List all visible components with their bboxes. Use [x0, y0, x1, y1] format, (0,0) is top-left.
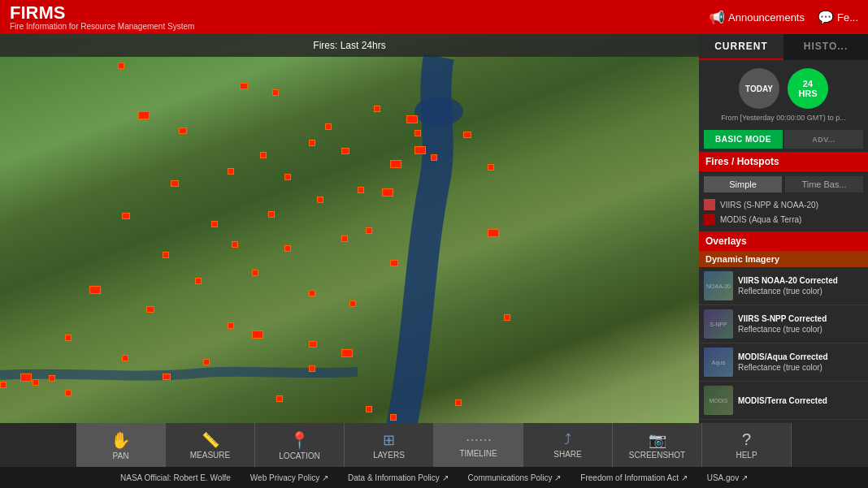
- fire-dot: [89, 286, 101, 294]
- tab-history[interactable]: HISTO...: [783, 34, 868, 60]
- layers-label: LAYERS: [373, 451, 405, 460]
- viirs-color-swatch: [704, 199, 715, 210]
- feedback-icon: 💬: [818, 10, 834, 25]
- foia-link[interactable]: Freedom of Information Act ↗: [580, 473, 687, 482]
- panel-tabs: CURRENT HISTO...: [699, 34, 868, 60]
- app-subtitle: Fire Information for Resource Management…: [10, 22, 194, 31]
- fire-dot: [260, 152, 267, 158]
- web-privacy-link[interactable]: Web Privacy Policy ↗: [250, 473, 328, 482]
- fire-dot: [33, 379, 39, 386]
- layers-tool-button[interactable]: ⊞ LAYERS: [345, 423, 434, 467]
- share-tool-button[interactable]: ⤴ SHARE: [523, 423, 613, 467]
- fire-dot: [163, 374, 171, 380]
- imagery-thumb-aqua: Aqua: [704, 348, 733, 377]
- time-range-text: From [Yesterday 00:00:00 GMT) to p...: [699, 114, 868, 127]
- data-policy-link[interactable]: Data & Information Policy ↗: [348, 473, 449, 482]
- usagov-link[interactable]: USA.gov ↗: [707, 473, 748, 482]
- overlays-section-header: Overlays: [699, 231, 868, 251]
- fire-dot: [146, 306, 154, 313]
- dynamic-imagery-header: Dynamic Imagery: [699, 251, 868, 267]
- fire-dot: [309, 341, 317, 348]
- fires-section-header: Fires / Hotspots: [699, 152, 868, 171]
- time-24hrs-button[interactable]: 24HRS: [788, 68, 828, 109]
- fire-dot: [455, 399, 462, 406]
- help-tool-button[interactable]: ? HELP: [702, 423, 792, 467]
- imagery-item-noaa20[interactable]: NOAA-20 VIIRS NOAA-20 Corrected Reflecta…: [699, 267, 868, 305]
- measure-tool-button[interactable]: 📏 MEASURE: [166, 423, 255, 467]
- fire-dot: [504, 314, 510, 321]
- header-actions: 📢 Announcements 💬 Fe...: [709, 10, 858, 25]
- communications-policy-link[interactable]: Communications Policy ↗: [468, 473, 562, 482]
- fire-dot: [179, 127, 187, 134]
- fire-dot: [49, 375, 55, 382]
- time-today-button[interactable]: TODAY: [739, 68, 779, 109]
- imagery-item-snpp[interactable]: S-NPP VIIRS S-NPP Corrected Reflectance …: [699, 305, 868, 343]
- feedback-label: Fe...: [837, 11, 858, 24]
- megaphone-icon: 📢: [709, 10, 725, 25]
- basic-mode-button[interactable]: BASIC MODE: [704, 130, 783, 149]
- location-tool-button[interactable]: 📍 LOCATION: [255, 423, 345, 467]
- legend-modis: MODIS (Aqua & Terra): [704, 212, 863, 227]
- imagery-label-snpp: VIIRS S-NPP Corrected Reflectance (true …: [738, 313, 827, 335]
- imagery-item-terra[interactable]: MODIS MODIS/Terra Corrected: [699, 382, 868, 420]
- viirs-label: VIIRS (S-NPP & NOAA-20): [720, 201, 818, 209]
- measure-icon: 📏: [202, 431, 219, 449]
- right-panel: CURRENT HISTO... TODAY 24HRS From [Yeste…: [699, 34, 868, 423]
- time-selector: TODAY 24HRS: [699, 60, 868, 114]
- fire-dot: [317, 196, 323, 203]
- nasa-official-link[interactable]: NASA Official: Robert E. Wolfe: [120, 473, 231, 482]
- view-timebase-button[interactable]: Time Bas...: [785, 176, 863, 192]
- screenshot-tool-button[interactable]: 📷 SCREENSHOT: [613, 423, 702, 467]
- timeline-icon: ⋯⋯: [466, 432, 492, 447]
- fires-section: Simple Time Bas... VIIRS (S-NPP & NOAA-2…: [699, 171, 868, 231]
- fire-dot: [366, 406, 372, 412]
- fire-dot: [488, 229, 499, 237]
- view-simple-button[interactable]: Simple: [704, 176, 782, 192]
- fire-dot: [374, 106, 380, 112]
- imagery-label-aqua: MODIS/Aqua Corrected Reflectance (true c…: [738, 352, 828, 373]
- fire-dot: [341, 235, 348, 242]
- share-icon: ⤴: [564, 431, 571, 448]
- fire-dot: [431, 154, 437, 161]
- fire-dot: [341, 148, 349, 154]
- fire-dot: [272, 89, 279, 96]
- imagery-item-aqua[interactable]: Aqua MODIS/Aqua Corrected Reflectance (t…: [699, 343, 868, 382]
- imagery-thumb-noaa20: NOAA-20: [704, 271, 733, 300]
- legend-viirs: VIIRS (S-NPP & NOAA-20): [704, 197, 863, 212]
- map-container[interactable]: Fires: Last 24hrs: [0, 34, 699, 423]
- fire-dot: [341, 349, 353, 357]
- screenshot-label: SCREENSHOT: [629, 451, 685, 460]
- fire-dot: [228, 322, 234, 329]
- imagery-thumb-snpp: S-NPP: [704, 309, 733, 339]
- fire-dot: [358, 187, 364, 193]
- announcements-button[interactable]: 📢 Announcements: [709, 10, 805, 25]
- fire-dot: [122, 355, 128, 361]
- fire-dot: [211, 221, 218, 227]
- fire-dot: [240, 83, 248, 89]
- advanced-mode-button[interactable]: ADV...: [784, 130, 863, 149]
- fire-dot: [65, 390, 72, 396]
- fire-dot: [163, 252, 169, 258]
- fire-dot: [309, 140, 315, 146]
- pan-tool-button[interactable]: ✋ PAN: [76, 423, 166, 467]
- app-header: FIRMS Fire Information for Resource Mana…: [0, 0, 868, 34]
- fires-view-buttons: Simple Time Bas...: [704, 176, 863, 192]
- fire-dot: [366, 227, 372, 234]
- overlays-section: Dynamic Imagery NOAA-20 VIIRS NOAA-20 Co…: [699, 251, 868, 420]
- fire-dot: [171, 180, 179, 187]
- tab-current[interactable]: CURRENT: [699, 34, 783, 60]
- imagery-label-terra: MODIS/Terra Corrected: [738, 395, 827, 406]
- fire-dot: [414, 146, 426, 154]
- fire-dot: [118, 63, 124, 69]
- help-icon: ?: [742, 430, 751, 449]
- fire-dot: [390, 160, 401, 168]
- timeline-tool-button[interactable]: ⋯⋯ TIMELINE: [434, 423, 523, 467]
- app-title: FIRMS: [10, 4, 194, 22]
- modis-label: MODIS (Aqua & Terra): [720, 215, 801, 224]
- today-label: TODAY: [745, 84, 773, 93]
- modis-color-swatch: [704, 214, 715, 225]
- fire-dot: [284, 174, 291, 180]
- fire-dot: [414, 130, 421, 136]
- fire-dot: [138, 111, 150, 119]
- feedback-button[interactable]: 💬 Fe...: [818, 10, 858, 25]
